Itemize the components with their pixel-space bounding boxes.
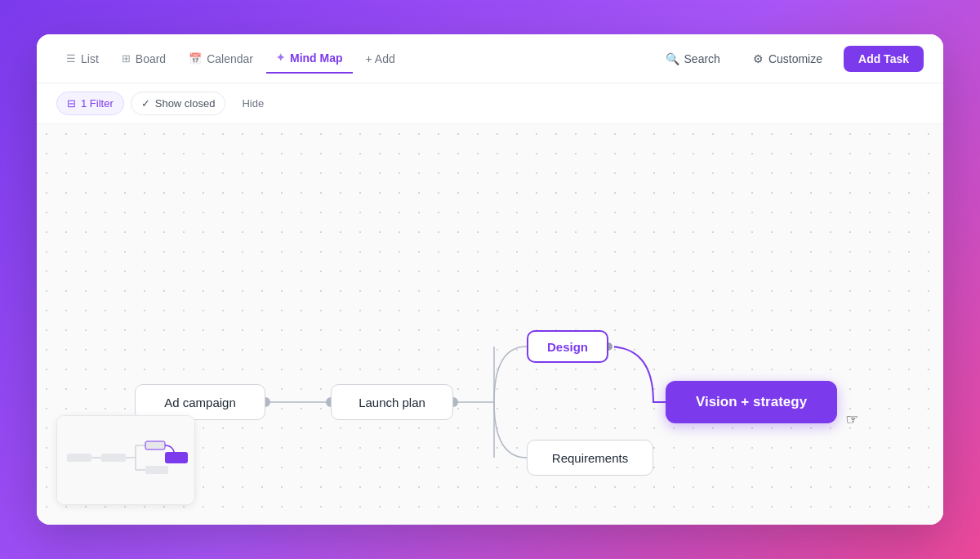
add-task-label: Add Task: [858, 52, 909, 65]
tab-calendar[interactable]: 📅 Calendar: [179, 44, 263, 74]
calendar-icon: 📅: [189, 52, 202, 65]
filter-button[interactable]: ⊟ 1 Filter: [56, 92, 124, 115]
tab-board[interactable]: ⊞ Board: [112, 44, 176, 74]
board-icon: ⊞: [122, 52, 131, 65]
tab-add-label: + Add: [366, 52, 395, 65]
header-actions: 🔍 Search ⚙ Customize Add Task: [654, 46, 924, 72]
tab-mindmap-label: Mind Map: [290, 51, 343, 65]
mindmap-canvas[interactable]: Ad campaign Launch plan Design Requireme…: [37, 124, 943, 525]
mindmap-icon: ✦: [276, 51, 285, 64]
show-closed-button[interactable]: ✓ Show closed: [131, 92, 226, 115]
app-window: ☰ List ⊞ Board 📅 Calendar ✦ Mind Map + A…: [37, 34, 943, 525]
minimap-svg: [57, 416, 195, 505]
svg-rect-15: [145, 441, 165, 449]
show-closed-label: Show closed: [155, 97, 216, 110]
header: ☰ List ⊞ Board 📅 Calendar ✦ Mind Map + A…: [37, 34, 943, 83]
svg-rect-11: [101, 454, 126, 462]
filter-icon: ⊟: [67, 97, 76, 110]
tab-add[interactable]: + Add: [356, 44, 405, 74]
customize-label: Customize: [768, 52, 822, 65]
tab-list[interactable]: ☰ List: [56, 44, 109, 74]
add-task-button[interactable]: Add Task: [844, 46, 924, 72]
minimap[interactable]: [56, 415, 195, 505]
hide-label: Hide: [242, 97, 264, 110]
search-label: Search: [684, 52, 720, 65]
search-icon: 🔍: [666, 52, 679, 65]
search-button[interactable]: 🔍 Search: [654, 47, 732, 71]
check-circle-icon: ✓: [141, 97, 150, 110]
gear-icon: ⚙: [753, 52, 764, 65]
tab-calendar-label: Calendar: [207, 52, 253, 65]
node-launch-plan[interactable]: Launch plan: [331, 384, 453, 420]
svg-rect-9: [67, 454, 91, 462]
tab-list-label: List: [81, 52, 99, 65]
tab-board-label: Board: [136, 52, 166, 65]
customize-button[interactable]: ⚙ Customize: [742, 47, 834, 71]
svg-line-6: [494, 347, 527, 402]
svg-rect-19: [165, 452, 188, 463]
toolbar: ⊟ 1 Filter ✓ Show closed Hide: [37, 83, 943, 124]
node-vision[interactable]: Vision + strategy: [666, 381, 837, 423]
tab-bar: ☰ List ⊞ Board 📅 Calendar ✦ Mind Map + A…: [56, 34, 405, 83]
list-icon: ☰: [66, 52, 76, 65]
svg-rect-18: [145, 466, 168, 474]
tab-mindmap[interactable]: ✦ Mind Map: [266, 44, 353, 74]
hide-button[interactable]: Hide: [232, 92, 274, 114]
filter-label: 1 Filter: [81, 97, 114, 110]
node-design[interactable]: Design: [527, 330, 608, 363]
node-requirements[interactable]: Requirements: [527, 440, 653, 476]
